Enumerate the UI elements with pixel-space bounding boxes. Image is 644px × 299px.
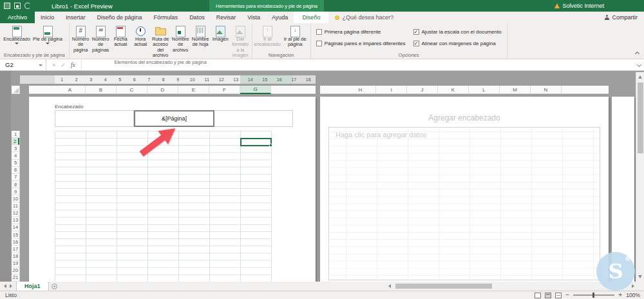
column-header-k[interactable]: K — [438, 86, 469, 94]
column-header-a[interactable]: A — [55, 86, 86, 94]
previous-sheet-icon[interactable] — [4, 284, 6, 288]
row-header-6[interactable]: 6 — [12, 167, 19, 174]
row-header-9[interactable]: 9 — [12, 188, 19, 195]
scroll-up-icon[interactable] — [638, 75, 642, 79]
horizontal-scrollbar-thumb[interactable] — [395, 284, 492, 289]
sheet-tab-hoja1[interactable]: Hoja1 — [16, 282, 49, 291]
primera-pagina-diferente-checkbox[interactable]: Primera página diferente — [316, 28, 406, 36]
collapse-ribbon-icon[interactable] — [635, 52, 639, 56]
fecha-actual-button[interactable]: Fecha actual — [111, 24, 131, 59]
row-header-2[interactable]: 2 — [12, 138, 19, 145]
zoom-slider[interactable] — [573, 294, 614, 296]
horizontal-scrollbar[interactable] — [386, 283, 636, 289]
ribbon-tab-ayuda[interactable]: Ayuda — [266, 12, 294, 23]
selected-cell-g2[interactable] — [240, 138, 272, 146]
ribbon-tab-insertar[interactable]: Insertar — [60, 12, 91, 23]
row-header-8[interactable]: 8 — [12, 181, 19, 188]
row-header-15[interactable]: 15 — [12, 231, 19, 238]
new-sheet-button[interactable]: + — [49, 282, 61, 291]
zoom-in-button[interactable]: + — [618, 292, 622, 298]
column-header-c[interactable]: C — [117, 86, 147, 94]
row-header-5[interactable]: 5 — [12, 160, 19, 167]
name-box[interactable]: G2 — [0, 59, 46, 70]
numero-de-pagina-button[interactable]: Número de página — [71, 24, 91, 59]
ajustar-la-escala-con-el-documento-checkbox[interactable]: ✓Ajustar la escala con el documento — [413, 28, 502, 36]
normal-view-button[interactable] — [535, 293, 541, 298]
encabezado-button[interactable]: Encabezado — [1, 24, 32, 52]
nombre-de-hoja-button[interactable]: Nombre de hoja — [191, 24, 211, 59]
paginas-pares-e-impares-diferentes-checkbox[interactable]: Páginas pares e impares diferentes — [316, 39, 406, 48]
tell-me-box[interactable]: ¿Qué desea hacer? — [328, 12, 400, 23]
row-header-1[interactable]: 1 — [12, 131, 19, 138]
header-left-section[interactable] — [55, 110, 134, 127]
column-header-n[interactable]: N — [531, 86, 562, 94]
row-header-14[interactable]: 14 — [12, 224, 19, 231]
vertical-scrollbar-thumb[interactable] — [638, 82, 643, 153]
name-box-dropdown-icon[interactable] — [39, 64, 43, 66]
row-header-4[interactable]: 4 — [12, 152, 19, 159]
page-layout-view-button[interactable] — [545, 293, 551, 298]
row-header-20[interactable]: 20 — [12, 267, 19, 275]
page-break-view-button[interactable] — [555, 293, 562, 298]
ruta-de-acceso-del-archivo-button[interactable]: Ruta de acceso del archivo — [151, 24, 171, 59]
zoom-out-button[interactable]: − — [565, 292, 569, 298]
hora-actual-button[interactable]: Hora actual — [131, 24, 151, 59]
enter-icon[interactable]: ✓ — [61, 62, 66, 68]
ribbon-tab-diseno-de-pagina[interactable]: Diseño de página — [91, 12, 148, 23]
expand-formula-bar-button[interactable] — [634, 59, 644, 70]
scroll-down-icon[interactable] — [638, 275, 642, 278]
page2-data-region[interactable]: Haga clic para agregar datos — [328, 127, 600, 280]
column-header-i[interactable]: I — [376, 86, 407, 94]
tab-diseno-contextual[interactable]: Diseño — [294, 12, 328, 23]
zoom-slider-thumb[interactable] — [592, 293, 594, 298]
header-center-section[interactable]: &[Página] — [134, 110, 214, 127]
next-sheet-icon[interactable] — [10, 284, 12, 288]
share-button[interactable]: Compartir — [598, 12, 644, 23]
ribbon-tab-datos[interactable]: Datos — [184, 12, 211, 23]
row-header-21[interactable]: 21 — [12, 275, 19, 282]
scroll-right-icon[interactable] — [632, 284, 634, 288]
column-header-d[interactable]: D — [147, 86, 178, 94]
ribbon-tab-inicio[interactable]: Inicio — [35, 12, 60, 23]
row-header-7[interactable]: 7 — [12, 174, 19, 181]
column-header-j[interactable]: J — [407, 86, 438, 94]
imagen-button[interactable]: Imagen — [211, 24, 231, 59]
add-header-placeholder[interactable]: Agregar encabezado — [320, 113, 609, 122]
row-header-3[interactable]: 3 — [12, 145, 19, 152]
ir-al-pie-de-pagina-button[interactable]: Ir al pie de página — [281, 24, 309, 52]
row-header-12[interactable]: 12 — [12, 210, 19, 217]
column-header-e[interactable]: E — [178, 86, 209, 94]
column-header-b[interactable]: B — [86, 86, 117, 94]
scroll-left-icon[interactable] — [388, 284, 391, 288]
row-header-13[interactable]: 13 — [12, 217, 19, 224]
nombre-de-archivo-button[interactable]: Nombre de archivo — [171, 24, 191, 59]
account-name: Solvetic Internet — [562, 3, 604, 9]
column-header-l[interactable]: L — [469, 86, 500, 94]
zoom-level[interactable]: 100% — [626, 292, 640, 298]
save-icon[interactable] — [14, 3, 21, 9]
cancel-icon[interactable]: × — [52, 62, 55, 68]
tab-archivo[interactable]: Archivo — [0, 12, 35, 23]
undo-icon[interactable] — [24, 3, 31, 9]
numero-de-paginas-button[interactable]: Número de páginas — [91, 24, 111, 59]
account-info[interactable]: Solvetic Internet — [554, 3, 604, 9]
row-header-19[interactable]: 19 — [12, 260, 19, 267]
column-header-g[interactable]: G — [240, 86, 271, 94]
column-header-m[interactable]: M — [500, 86, 531, 94]
ribbon-tab-formulas[interactable]: Fórmulas — [148, 12, 184, 23]
pie-de-pagina-button[interactable]: Pie de página — [32, 24, 63, 52]
vertical-scrollbar[interactable] — [636, 72, 644, 282]
ribbon-tab-vista[interactable]: Vista — [242, 12, 266, 23]
row-header-18[interactable]: 18 — [12, 253, 19, 260]
row-header-16[interactable]: 16 — [12, 238, 19, 246]
column-header-h[interactable]: H — [345, 86, 376, 94]
cell-grid-page1[interactable] — [55, 131, 272, 282]
row-header-11[interactable]: 11 — [12, 202, 19, 209]
ribbon-tab-revisar[interactable]: Revisar — [211, 12, 242, 23]
header-right-section[interactable] — [214, 110, 293, 127]
row-header-17[interactable]: 17 — [12, 246, 19, 253]
row-header-10[interactable]: 10 — [12, 195, 19, 202]
alinear-con-margenes-de-pagina-checkbox[interactable]: ✓Alinear con márgenes de página — [413, 39, 502, 48]
column-header-f[interactable]: F — [209, 86, 240, 94]
select-all-corner[interactable] — [12, 86, 20, 94]
